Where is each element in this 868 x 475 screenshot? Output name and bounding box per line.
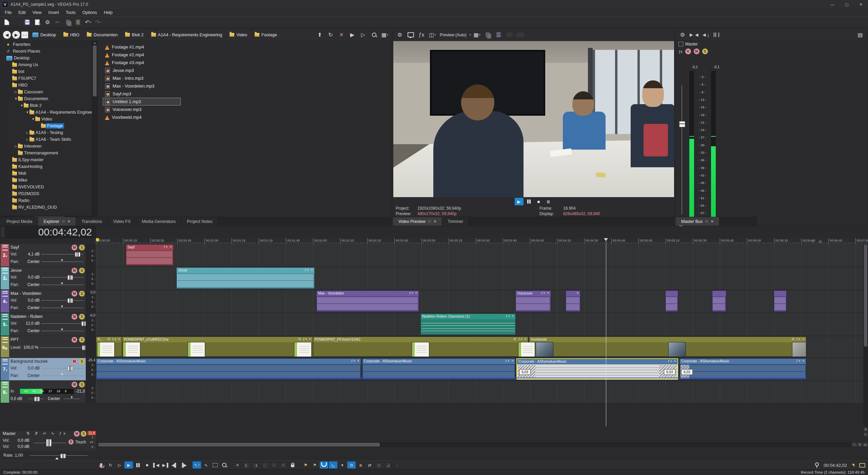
bus-pan-slider[interactable]: ▼ [64, 399, 80, 399]
track-zoom-out-button[interactable]: − [863, 432, 868, 437]
menu-tools[interactable]: Tools [62, 10, 79, 16]
file-item-sayf-mp3[interactable]: Sayf.mp3 [103, 90, 181, 98]
selection-tool-button[interactable] [211, 461, 219, 469]
track-header-4[interactable]: 4◂Max - VoordelenMS Vol: 0,0 dB Pan: Cen… [0, 290, 96, 312]
preview-stop-button[interactable]: ■ [534, 198, 543, 205]
zoom-in-time-button[interactable]: + [857, 442, 863, 447]
track-header-6[interactable]: 6▦PPTMS Level: 100,0 % [0, 336, 96, 357]
undo-button[interactable]: ↶▾ [83, 17, 93, 27]
go-to-start-button[interactable]: ▌◀ [152, 461, 160, 469]
loop-region-icon[interactable] [859, 463, 865, 468]
event-icons[interactable]: ≡ [577, 291, 579, 294]
tree-item-mike[interactable]: Mike [1, 177, 92, 184]
volume-envelope-line[interactable] [96, 378, 806, 378]
pan-value[interactable]: Center [22, 373, 40, 378]
loop-start-icon[interactable] [852, 464, 854, 467]
explorer-tab-project-media[interactable]: Project Media [1, 217, 38, 226]
track-menu-icon[interactable] [2, 268, 8, 273]
tab-float-icon[interactable]: □ [429, 220, 431, 223]
tab-close-icon[interactable]: ✕ [711, 220, 713, 223]
event-icons[interactable]: ƒx ≡ [668, 359, 676, 363]
file-item-voiceover-mp3[interactable]: Voiceover.mp3 [103, 106, 181, 113]
cursor-position-time[interactable]: 00:04:42,02 [824, 463, 847, 468]
track-name[interactable]: Jesse [11, 268, 22, 273]
downmix-icon[interactable]: ◄↓ [701, 30, 710, 40]
track-menu-icon[interactable] [2, 291, 8, 297]
insert-track-button[interactable]: ♪ [393, 461, 401, 469]
vol-value[interactable]: 0,0 dB [22, 275, 40, 280]
timeline-hscroll-thumb[interactable] [98, 443, 380, 446]
bus-pan-value[interactable]: Center [45, 396, 63, 401]
track-lane-7[interactable]: Corporate - AShamaluevMusicƒx ≡Corporate… [96, 358, 863, 380]
tree-item-recent-places[interactable]: ↺Recent Places [1, 48, 92, 55]
file-item-footage-3-mp4[interactable]: Footage #3.mp4 [103, 59, 181, 66]
explorer-tab-video-fx[interactable]: Video FX [108, 217, 136, 226]
bus-vol-slider[interactable] [28, 399, 44, 399]
event-icons[interactable]: ⊡ ƒx ≡ [298, 337, 312, 341]
tree-scroll-thumb[interactable] [93, 45, 97, 96]
menu-help[interactable]: Help [100, 10, 116, 16]
vol-slider[interactable] [41, 323, 83, 324]
automation-caret-icon[interactable]: ▾ [90, 441, 91, 444]
trim-start-button[interactable]: ◧ [242, 461, 251, 469]
tree-item-blok-2[interactable]: ▼ Blok 2 [1, 102, 92, 109]
vol-slider[interactable] [41, 277, 83, 278]
vol-slider[interactable] [41, 300, 83, 301]
track-solo-button[interactable]: S [79, 268, 85, 273]
preview-quality-caret[interactable]: ▾ [470, 33, 471, 36]
copy-snapshot-icon[interactable] [483, 30, 493, 40]
preview-loop-button[interactable]: ≣ [544, 198, 553, 205]
play-button[interactable]: ▶ [124, 461, 133, 469]
file-item-voorbeeld-mp4[interactable]: Voorbeeld.mp4 [103, 113, 181, 121]
bus-automation-icon[interactable]: R [685, 49, 691, 54]
tree-item-a1a6-team-skills[interactable]: ▷ A1A6 - Team Skills [1, 136, 92, 143]
preview-quality-label[interactable]: Preview (Auto) [440, 33, 467, 37]
grid-tool-icon[interactable]: ▤ [818, 240, 822, 243]
breadcrumb-0[interactable]: Desktop [29, 31, 59, 39]
track-menu-icon[interactable] [2, 359, 8, 364]
track-header-7[interactable]: 7◂Background muziekMS Vol: 0,0 dB Pan: C… [0, 358, 96, 380]
vol-slider[interactable] [41, 368, 83, 368]
save-snapshot-icon[interactable] [494, 30, 504, 40]
go-to-end-button[interactable]: ▶▐ [161, 461, 170, 469]
playhead-triangle[interactable] [604, 238, 608, 241]
track-mute-button[interactable]: M [72, 314, 77, 320]
track-lane-5[interactable]: Nadelen Ruben Claessens (1)ƒx ≡ [96, 313, 863, 336]
track-header-2[interactable]: 2◂SayfMS Vol: 4,1 dB Pan: Center ▼3 -6 -… [0, 244, 96, 266]
event-icons[interactable]: ƒx ≡ [409, 291, 418, 294]
tree-item-midi[interactable]: Midi [1, 170, 92, 177]
video-output-fx-icon[interactable]: ƒx [417, 30, 426, 40]
tree-item-fsuipc7[interactable]: FSUIPC7 [1, 75, 92, 82]
menu-insert[interactable]: Insert [45, 10, 62, 16]
timeline-event-voorbeeld[interactable]: Voorbeeld⊡ ƒx ≡ [529, 337, 806, 357]
explorer-tab-explorer[interactable]: Explorer □✕ [38, 217, 76, 226]
pan-slider[interactable]: ▼ [41, 308, 83, 308]
cut-button[interactable]: ✂ [53, 17, 62, 27]
open-project-button[interactable] [12, 17, 22, 27]
vol-slider-handle[interactable] [75, 252, 80, 257]
tree-expander-icon[interactable]: ▼ [31, 117, 35, 121]
track-menu-icon[interactable] [2, 314, 8, 320]
timeline-event-max-voordelen[interactable]: Max - Voordelenƒx ≡ [316, 290, 419, 312]
envelope-tool-button[interactable]: ∿ [202, 461, 210, 469]
tree-item-pd2mods[interactable]: PD2MODS [1, 190, 92, 197]
vol-value[interactable]: 12,0 dB [22, 321, 40, 326]
tree-expander-icon[interactable]: ▼ [25, 111, 29, 114]
bus-mute-button[interactable]: M [694, 49, 699, 54]
track-solo-button[interactable]: S [79, 314, 85, 320]
master-fader-handle[interactable] [46, 439, 52, 446]
rate-slider-handle[interactable] [60, 454, 66, 458]
overlays-grid-icon[interactable]: ▦▾ [472, 30, 482, 40]
minimize-button[interactable]: — [825, 0, 840, 9]
tree-item-hbo[interactable]: HBO [1, 82, 92, 89]
breadcrumb-6[interactable]: Footage [252, 31, 280, 39]
file-item-footage-2-mp4[interactable]: Footage #2.mp4 [103, 51, 181, 59]
edit-groups-button[interactable]: ⧈ [356, 461, 365, 469]
track-mute-button[interactable]: M [72, 359, 77, 364]
timecode-display[interactable]: 00:04:42,02 [0, 226, 96, 238]
video-scopes-button[interactable]: ◪ [384, 461, 392, 469]
event-icons[interactable]: ƒx ≡ [796, 359, 805, 362]
explorer-tab-project-notes[interactable]: Project Notes [181, 217, 218, 226]
lock-button[interactable] [288, 461, 297, 469]
hdr-icon[interactable]: HDR [516, 30, 525, 40]
